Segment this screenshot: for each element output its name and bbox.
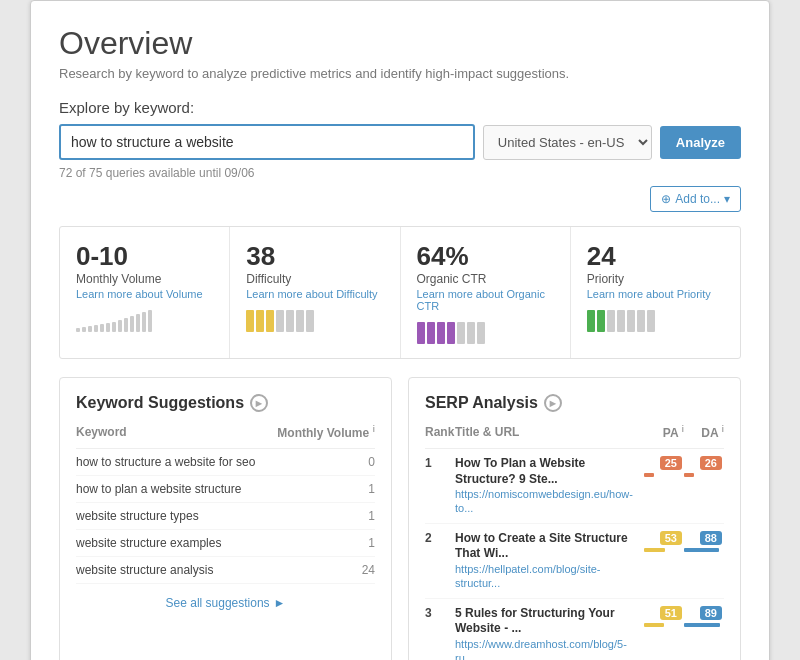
bar [306,310,314,332]
plus-icon: ⊕ [661,192,671,206]
metric-link-ctr[interactable]: Learn more about Organic CTR [417,288,554,312]
serp-analysis-panel: SERP Analysis ► Rank Title & URL PA i DA [408,377,741,660]
search-input[interactable] [59,124,475,160]
page-subtitle: Research by keyword to analyze predictiv… [59,66,741,81]
table-row: 1 How To Plan a Website Structure? 9 Ste… [425,449,724,524]
table-row: website structure types 1 [76,503,375,530]
metric-link-priority[interactable]: Learn more about Priority [587,288,724,300]
arrow-icon: ► [274,596,286,610]
col-volume: Monthly Volume i [270,424,375,449]
bar [118,320,122,332]
metric-link-difficulty[interactable]: Learn more about Difficulty [246,288,383,300]
serp-rank: 3 [425,598,455,660]
keyword-suggestions-panel: Keyword Suggestions ► Keyword Monthly Vo… [59,377,392,660]
bar [266,310,274,332]
bar-chart-priority [587,308,724,332]
keyword-table: Keyword Monthly Volume i how to structur… [76,424,375,584]
metric-link-volume[interactable]: Learn more about Volume [76,288,213,300]
kw-keyword: how to structure a website for seo [76,449,270,476]
page-title: Overview [59,25,741,62]
serp-rank: 2 [425,523,455,598]
locale-select[interactable]: United States - en-US [483,125,652,160]
kw-volume: 24 [270,557,375,584]
bar [286,310,294,332]
bar [447,322,455,344]
metric-value-volume: 0-10 [76,241,213,272]
metric-label-ctr: Organic CTR [417,272,554,286]
kw-volume: 1 [270,503,375,530]
col-title-url: Title & URL [455,424,644,449]
bar [276,310,284,332]
bar-chart-volume [76,308,213,332]
bar [437,322,445,344]
bar [647,310,655,332]
bar [607,310,615,332]
kw-keyword: how to plan a website structure [76,476,270,503]
bar [617,310,625,332]
table-row: 2 How to Create a Site Structure That Wi… [425,523,724,598]
serp-pa: 25 [644,449,684,524]
metric-card-ctr: 64% Organic CTR Learn more about Organic… [401,227,571,358]
add-to-button[interactable]: ⊕ Add to... ▾ [650,186,741,212]
col-keyword: Keyword [76,424,270,449]
serp-pa: 51 [644,598,684,660]
bar [256,310,264,332]
bar [124,318,128,332]
serp-pa: 53 [644,523,684,598]
bar [88,326,92,332]
bar [296,310,304,332]
info-icon: ► [250,394,268,412]
chevron-down-icon: ▾ [724,192,730,206]
metric-card-difficulty: 38 Difficulty Learn more about Difficult… [230,227,400,358]
table-row: website structure examples 1 [76,530,375,557]
bar [637,310,645,332]
metric-card-volume: 0-10 Monthly Volume Learn more about Vol… [60,227,230,358]
col-rank: Rank [425,424,455,449]
table-row: how to plan a website structure 1 [76,476,375,503]
bar [417,322,425,344]
kw-volume: 1 [270,476,375,503]
see-all-link[interactable]: See all suggestions ► [76,596,375,610]
col-pa: PA i [644,424,684,449]
serp-table: Rank Title & URL PA i DA i 1 How To [425,424,724,660]
queries-info: 72 of 75 queries available until 09/06 [59,166,741,180]
bar [82,327,86,332]
bar-chart-ctr [417,320,554,344]
metric-value-priority: 24 [587,241,724,272]
bar [627,310,635,332]
serp-analysis-title: SERP Analysis ► [425,394,724,412]
bar [587,310,595,332]
kw-volume: 0 [270,449,375,476]
kw-keyword: website structure examples [76,530,270,557]
table-row: 3 5 Rules for Structuring Your Website -… [425,598,724,660]
bar [467,322,475,344]
metric-label-priority: Priority [587,272,724,286]
metrics-row: 0-10 Monthly Volume Learn more about Vol… [59,226,741,359]
bar [427,322,435,344]
bar [94,325,98,332]
metric-card-priority: 24 Priority Learn more about Priority [571,227,740,358]
serp-da: 26 [684,449,724,524]
table-row: website structure analysis 24 [76,557,375,584]
add-to-label: Add to... [675,192,720,206]
analyze-button[interactable]: Analyze [660,126,741,159]
metric-value-difficulty: 38 [246,241,383,272]
kw-keyword: website structure types [76,503,270,530]
bar [112,322,116,332]
info-icon: ► [544,394,562,412]
search-row: United States - en-US Analyze [59,124,741,160]
bar [76,328,80,332]
serp-title-url: How to Create a Site Structure That Wi..… [455,523,644,598]
bar [597,310,605,332]
explore-label: Explore by keyword: [59,99,741,116]
bar [142,312,146,332]
bar [106,323,110,332]
bar [457,322,465,344]
kw-keyword: website structure analysis [76,557,270,584]
serp-title-url: How To Plan a Website Structure? 9 Ste..… [455,449,644,524]
main-container: Overview Research by keyword to analyze … [30,0,770,660]
bar [477,322,485,344]
table-row: how to structure a website for seo 0 [76,449,375,476]
serp-rank: 1 [425,449,455,524]
serp-da: 89 [684,598,724,660]
